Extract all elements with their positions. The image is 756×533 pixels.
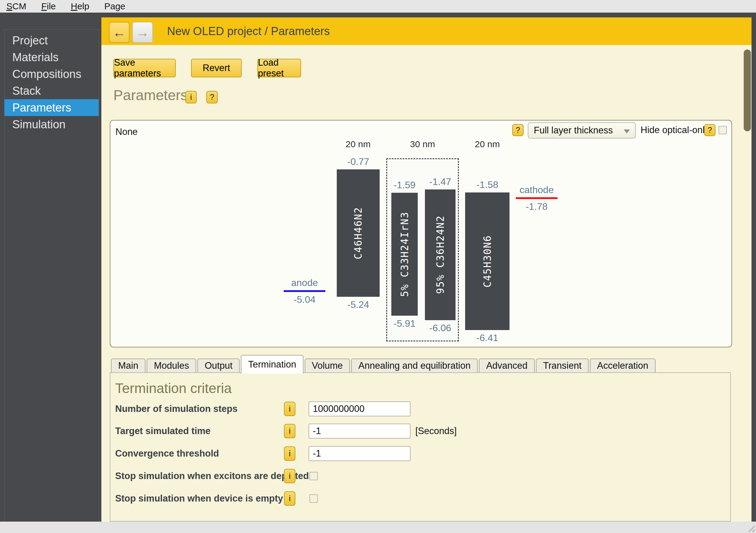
layer-name-label: 5% C33H24IrN3 xyxy=(399,212,411,297)
layer-bar[interactable]: 5% C33H24IrN3 xyxy=(392,193,418,316)
lumo-value: -1.47 xyxy=(429,176,451,187)
info-button[interactable]: i xyxy=(284,491,295,506)
stack-diagram-panel: None ? Full layer thickness Hide optical… xyxy=(110,120,732,347)
breadcrumb: New OLED project / Parameters xyxy=(167,17,330,45)
resize-grip-icon[interactable] xyxy=(746,523,755,532)
layer-name-label: C45H30N6 xyxy=(482,235,493,287)
sidebar-item-project[interactable]: Project xyxy=(5,32,99,49)
cathode-label: cathode xyxy=(520,184,554,196)
stop-simulation-when-excitons-are-depleted-checkbox[interactable] xyxy=(310,472,318,480)
tab-volume[interactable]: Volume xyxy=(305,359,350,372)
menu-file[interactable]: File xyxy=(34,1,63,12)
revert-button[interactable]: Revert xyxy=(191,59,242,77)
field-label: Convergence threshold xyxy=(115,445,219,462)
info-button[interactable]: i xyxy=(284,424,295,438)
tab-termination[interactable]: Termination xyxy=(241,355,303,374)
back-button[interactable]: ← xyxy=(109,22,129,43)
convergence-threshold-input[interactable] xyxy=(309,446,411,461)
energy-level-diagram: C46H46N2-0.77-5.245% C33H24IrN3-1.59-5.9… xyxy=(110,120,731,347)
forward-arrow-icon: → xyxy=(136,25,149,40)
menu-help[interactable]: Help xyxy=(63,1,97,12)
layer-bar[interactable]: 95% C36H24N2 xyxy=(425,189,455,320)
termination-panel: Termination criteria Number of simulatio… xyxy=(110,372,731,521)
forward-button[interactable]: → xyxy=(132,22,153,43)
field-label: Stop simulation when device is empty xyxy=(115,490,283,507)
load-preset-button[interactable]: Load preset xyxy=(257,59,301,77)
info-button[interactable]: i xyxy=(284,446,295,461)
menu-bar: SCMFileHelpPage xyxy=(0,0,756,13)
info-button[interactable]: i xyxy=(284,469,295,483)
homo-value: -5.24 xyxy=(347,299,369,310)
sidebar-item-compositions[interactable]: Compositions xyxy=(5,66,99,82)
homo-value: -6.41 xyxy=(476,333,499,344)
thickness-label: 20 nm xyxy=(475,139,500,149)
sidebar-item-simulation[interactable]: Simulation xyxy=(5,116,99,133)
form-row: Number of simulation stepsi xyxy=(110,401,730,417)
anode-level-line xyxy=(284,290,325,292)
target-simulated-time-input[interactable] xyxy=(309,424,411,439)
vertical-scrollbar-thumb[interactable] xyxy=(744,49,751,131)
cathode-energy-value: -1.78 xyxy=(526,201,548,212)
anode-label: anode xyxy=(291,277,318,288)
form-row: Target simulated timei[Seconds] xyxy=(110,423,730,440)
stop-simulation-when-device-is-empty-checkbox[interactable] xyxy=(310,494,318,503)
layer-name-label: C46H46N2 xyxy=(352,207,364,259)
info-button[interactable]: i xyxy=(185,91,197,103)
cathode-level-line xyxy=(516,197,557,199)
field-label: Target simulated time xyxy=(115,423,210,440)
info-button[interactable]: i xyxy=(284,402,295,416)
field-label: Stop simulation when excitons are deplet… xyxy=(115,467,309,484)
homo-value: -6.06 xyxy=(429,323,451,333)
form-row: Convergence thresholdi xyxy=(110,445,730,462)
tab-annealing-and-equilibration[interactable]: Annealing and equilibration xyxy=(351,359,478,372)
tab-main[interactable]: Main xyxy=(111,359,146,372)
main-content: ← → New OLED project / Parameters Save p… xyxy=(101,17,751,521)
sidebar-item-materials[interactable]: Materials xyxy=(5,49,99,66)
unit-label: [Seconds] xyxy=(415,423,457,440)
lumo-value: -1.59 xyxy=(394,179,416,191)
status-bar xyxy=(0,521,756,533)
tab-advanced[interactable]: Advanced xyxy=(479,359,535,372)
lumo-value: -0.77 xyxy=(347,156,369,167)
parameter-tabs: MainModulesOutputTerminationVolumeAnneal… xyxy=(111,359,656,372)
number-of-simulation-steps-input[interactable] xyxy=(309,401,411,416)
form-row: Stop simulation when excitons are deplet… xyxy=(110,467,730,484)
tab-output[interactable]: Output xyxy=(197,359,240,372)
menu-scm[interactable]: SCM xyxy=(0,1,34,12)
page-title: Parameters xyxy=(113,87,188,103)
tab-acceleration[interactable]: Acceleration xyxy=(590,359,656,372)
help-button[interactable]: ? xyxy=(206,91,218,103)
section-heading: Termination criteria xyxy=(115,380,232,396)
layer-name-label: 95% C36H24N2 xyxy=(435,215,446,294)
breadcrumb-header: ← → New OLED project / Parameters xyxy=(101,17,751,45)
sidebar-item-parameters[interactable]: Parameters xyxy=(5,99,99,116)
lumo-value: -1.58 xyxy=(476,179,499,190)
tab-transient[interactable]: Transient xyxy=(536,359,589,372)
sidebar: ProjectMaterialsCompositionsStackParamet… xyxy=(4,29,99,529)
layer-bar[interactable]: C46H46N2 xyxy=(337,169,380,297)
thickness-label: 20 nm xyxy=(345,139,370,149)
save-parameters-button[interactable]: Save parameters xyxy=(113,59,176,77)
field-label: Number of simulation steps xyxy=(115,401,237,417)
sidebar-item-stack[interactable]: Stack xyxy=(5,82,99,99)
layer-bar[interactable]: C45H30N6 xyxy=(465,193,509,330)
anode-energy-value: -5.04 xyxy=(294,294,315,305)
homo-value: -5.91 xyxy=(394,318,416,329)
tab-modules[interactable]: Modules xyxy=(147,359,196,372)
back-arrow-icon: ← xyxy=(113,25,126,40)
menu-page[interactable]: Page xyxy=(97,1,133,12)
form-row: Stop simulation when device is emptyi xyxy=(110,490,730,507)
thickness-label: 30 nm xyxy=(410,139,435,149)
